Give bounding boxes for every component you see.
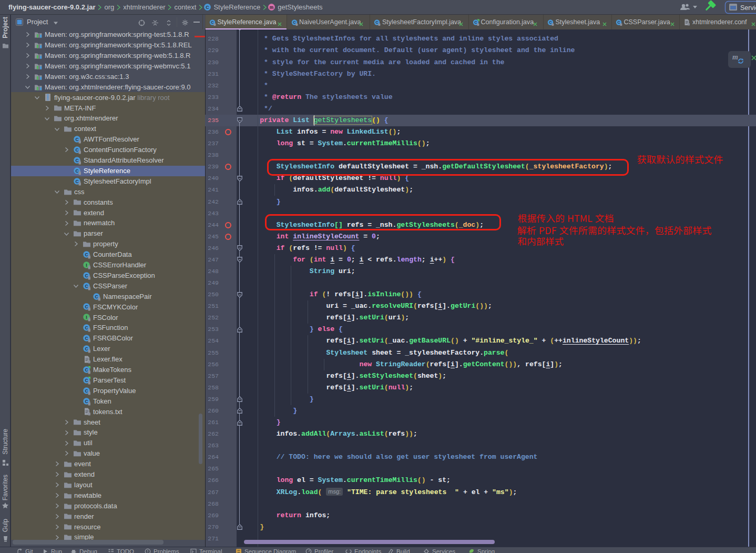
svg-text:C: C [85, 346, 88, 351]
svg-text:C: C [75, 137, 78, 142]
svg-text:ServiceUtil: ServiceUtil [740, 4, 756, 12]
svg-text:C: C [85, 377, 88, 383]
svg-text:C: C [75, 158, 78, 163]
svg-text:C: C [85, 388, 88, 393]
svg-text:C: C [75, 178, 78, 184]
svg-text:C: C [85, 304, 88, 309]
svg-text:C: C [75, 168, 78, 173]
svg-text:C: C [206, 5, 210, 10]
svg-text:C: C [85, 252, 88, 257]
svg-text:C: C [95, 294, 98, 299]
svg-text:I: I [86, 315, 87, 320]
svg-text:C: C [85, 367, 88, 373]
svg-text:m: m [270, 5, 273, 10]
svg-text:C: C [85, 273, 88, 278]
svg-text:I: I [86, 263, 87, 268]
svg-text:C: C [85, 398, 88, 404]
svg-text:C: C [85, 325, 88, 330]
svg-text:C: C [85, 283, 88, 288]
svg-text:C: C [75, 147, 78, 153]
svg-text:C: C [85, 336, 88, 341]
